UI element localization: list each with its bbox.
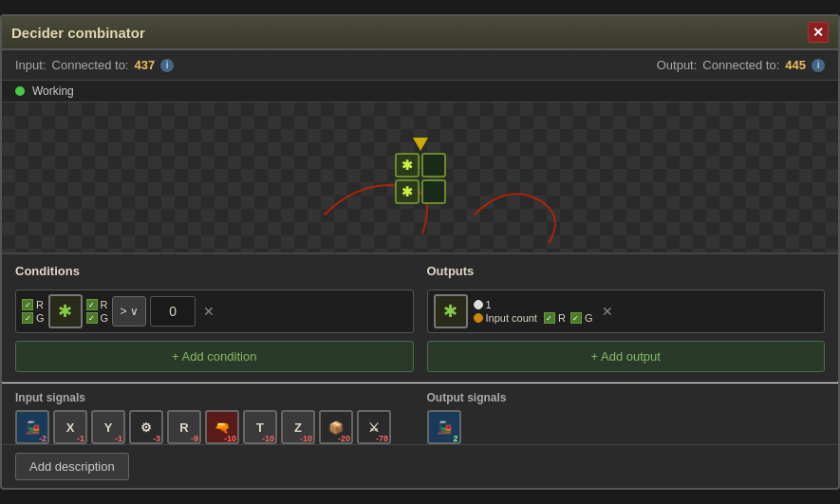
status-bar: Working (2, 81, 838, 103)
signal-count-z: -10 (300, 434, 312, 443)
output-checkbox-g[interactable]: ✓ (570, 312, 582, 324)
signal-item-x: X-1 (53, 410, 87, 444)
add-output-button[interactable]: + Add output (427, 341, 826, 372)
input-signals-col: Input signals 🚂-2 X-1 Y-1 ⚙-3 R-9 (15, 391, 414, 444)
add-condition-button[interactable]: + Add condition (15, 341, 414, 372)
conditions-panel: Conditions ✓ R ✓ G ✱ ✓ R (15, 264, 414, 372)
radio-input-count[interactable] (474, 313, 483, 323)
out-signal-count-train: 2 (453, 434, 457, 443)
out-signal-item-train: 🚂2 (427, 410, 461, 444)
checkbox-r2-item: ✓ R (86, 299, 109, 310)
checkbox-g2-label: G (101, 312, 109, 324)
checkbox-g-label: G (36, 312, 45, 324)
signal-item-gear: ⚙-3 (129, 410, 163, 444)
output-row: ✱ 1 Input count ✓ R ✓ G ✕ (427, 289, 826, 333)
signal-count-box: -20 (338, 434, 350, 443)
output-signals-row: 🚂2 (427, 410, 826, 444)
comb-cell-top-left: ✱ (395, 153, 420, 177)
footer-bar: Add description (2, 444, 838, 488)
arrow-icon (413, 138, 428, 151)
signal-count-sword: -78 (376, 434, 388, 443)
input-signals-row: 🚂-2 X-1 Y-1 ⚙-3 R-9 🔫-10 T-10 (15, 410, 414, 444)
condition-value-input[interactable] (150, 296, 196, 327)
condition-checkboxes-2: ✓ R ✓ G (86, 299, 109, 324)
signal-count-gear: -3 (153, 434, 160, 443)
output-r-label: R (558, 312, 566, 324)
output-info: Output: Connected to: 445 i (657, 58, 825, 72)
header-bar: Input: Connected to: 437 i Output: Conne… (2, 50, 838, 81)
output-checkbox-r[interactable]: ✓ (544, 312, 555, 324)
operator-button[interactable]: > ∨ (112, 296, 146, 327)
signal-count-r: -9 (191, 434, 198, 443)
out-signal-icon-train[interactable]: 🚂2 (427, 410, 461, 444)
conditions-title: Conditions (15, 264, 414, 278)
input-signals-title: Input signals (15, 391, 414, 404)
condition-remove-button[interactable]: ✕ (199, 302, 218, 321)
input-info: Input: Connected to: 437 i (15, 58, 174, 72)
signal-item-r: R-9 (167, 410, 201, 444)
input-count-row: Input count ✓ R ✓ G (474, 312, 593, 324)
comb-cell-bot-right (421, 179, 446, 204)
output-radio-group: 1 Input count ✓ R ✓ G (474, 299, 593, 324)
main-content: Conditions ✓ R ✓ G ✱ ✓ R (2, 254, 838, 382)
radio-value-label: 1 (486, 299, 492, 310)
signal-icon-sword[interactable]: ⚔-78 (357, 410, 391, 444)
signal-icon-r[interactable]: R-9 (167, 410, 201, 444)
input-info-icon[interactable]: i (160, 59, 174, 72)
outputs-title: Outputs (427, 264, 826, 278)
output-g-label: G (585, 312, 593, 324)
checkbox-g2-item: ✓ G (86, 312, 109, 324)
signal-count-x: -1 (77, 434, 84, 443)
checkbox-r[interactable]: ✓ (22, 299, 33, 310)
checkbox-r-label: R (36, 299, 44, 310)
signal-item-train: 🚂-2 (15, 410, 49, 444)
input-count-label: Input count (486, 312, 537, 324)
signal-icon-y[interactable]: Y-1 (91, 410, 125, 444)
titlebar: Decider combinator ✕ (2, 16, 838, 50)
signal-icon-t[interactable]: T-10 (243, 410, 277, 444)
signal-item-y: Y-1 (91, 410, 125, 444)
signal-icon-z[interactable]: Z-10 (281, 410, 315, 444)
condition-checkboxes: ✓ R ✓ G (22, 299, 45, 324)
signals-section: Input signals 🚂-2 X-1 Y-1 ⚙-3 R-9 (2, 383, 838, 444)
output-connected-label: Connected to: (702, 58, 779, 72)
output-signals-title: Output signals (427, 391, 826, 404)
output-label: Output: (657, 58, 698, 72)
signal-icon-box[interactable]: 📦-20 (319, 410, 353, 444)
outputs-panel: Outputs ✱ 1 Input count ✓ R ✓ G (427, 264, 826, 372)
signal-item-box: 📦-20 (319, 410, 353, 444)
status-dot (15, 86, 25, 96)
signal-icon-gear[interactable]: ⚙-3 (129, 410, 163, 444)
checkbox-r2[interactable]: ✓ (86, 299, 98, 310)
checkbox-g[interactable]: ✓ (22, 312, 33, 324)
output-signal-button[interactable]: ✱ (434, 294, 468, 328)
close-button[interactable]: ✕ (808, 22, 829, 43)
checkbox-g-item: ✓ G (22, 312, 45, 324)
signal-item-sword: ⚔-78 (357, 410, 391, 444)
input-label: Input: (15, 58, 47, 72)
checkbox-g2[interactable]: ✓ (86, 312, 98, 324)
signal-count-y: -1 (115, 434, 122, 443)
checkbox-r-item: ✓ R (22, 299, 45, 310)
combinator-sprite: ✱ ✱ (395, 138, 446, 204)
input-value: 437 (134, 58, 155, 72)
signal-icon-gun[interactable]: 🔫-10 (205, 410, 239, 444)
signal-item-z: Z-10 (281, 410, 315, 444)
add-description-button[interactable]: Add description (15, 453, 129, 480)
combinator-box: ✱ ✱ (395, 153, 446, 204)
checkbox-r2-label: R (101, 299, 108, 310)
output-signals-col: Output signals 🚂2 (427, 391, 826, 444)
main-window: Decider combinator ✕ Input: Connected to… (0, 14, 840, 490)
preview-area: ✱ ✱ (2, 103, 838, 254)
comb-cell-bot-left: ✱ (395, 179, 420, 204)
status-text: Working (32, 84, 74, 98)
output-value: 445 (785, 58, 806, 72)
output-remove-button[interactable]: ✕ (598, 302, 617, 321)
signal-icon-train[interactable]: 🚂-2 (15, 410, 49, 444)
output-info-icon[interactable]: i (812, 59, 825, 72)
signal-item-t: T-10 (243, 410, 277, 444)
radio-value[interactable] (474, 300, 483, 309)
condition-signal-button[interactable]: ✱ (48, 294, 83, 328)
signal-count-train: -2 (39, 434, 47, 443)
signal-icon-x[interactable]: X-1 (53, 410, 87, 444)
